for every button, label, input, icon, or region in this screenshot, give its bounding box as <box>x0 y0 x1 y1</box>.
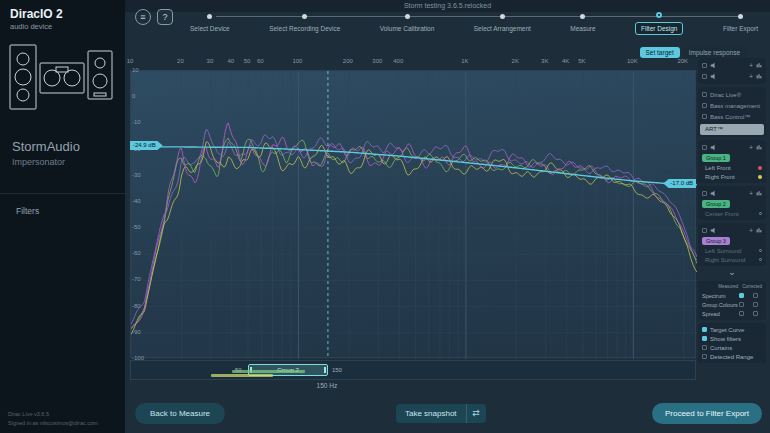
sidebar-footer: Dirac Live v3.6.5 Signed in as nilscosim… <box>8 410 98 428</box>
checkbox[interactable] <box>702 74 707 79</box>
app-window: DiracIO 2 audio device StormAudio Impers… <box>0 0 770 433</box>
step-label: Filter Design <box>635 22 683 35</box>
checkbox[interactable] <box>702 345 707 350</box>
channel-label: Center Front <box>705 211 739 217</box>
checkbox[interactable] <box>702 114 707 119</box>
stepper-step-filter-export[interactable]: Filter Export <box>723 5 758 35</box>
levels-icon[interactable] <box>756 227 762 234</box>
legend-label: Group Colours <box>702 302 739 308</box>
back-to-measure-button[interactable]: Back to Measure <box>135 403 225 424</box>
stepper-step-filter-design[interactable]: Filter Design <box>635 5 683 35</box>
legend-checkboxes <box>739 302 762 307</box>
step-dot <box>405 14 410 19</box>
option-show-filters[interactable]: Show filters <box>700 334 764 343</box>
channel-right-front[interactable]: Right Front <box>700 172 764 181</box>
subtab-set-target[interactable]: Set target <box>640 47 680 58</box>
step-label: Select Arrangement <box>474 25 531 32</box>
group-card-group-2: +Group 2Center Front <box>698 186 766 220</box>
checkbox[interactable] <box>702 327 707 332</box>
plus-icon[interactable]: + <box>749 73 753 80</box>
freq-axis: 1020304050601002003004001K2K3K4K5K10K20K <box>130 58 696 69</box>
sidebar-item-filters[interactable]: Filters <box>0 194 125 228</box>
stepper-step-select-device[interactable]: Select Device <box>190 5 230 35</box>
channel-toolbar: + <box>700 71 764 82</box>
option-label: Target Curve <box>710 327 744 333</box>
channel-label: Left Surround <box>705 248 741 254</box>
sidebar: DiracIO 2 audio device StormAudio Impers… <box>0 0 125 433</box>
checkbox[interactable] <box>702 103 707 108</box>
channel-left-surround[interactable]: Left Surround <box>700 246 764 255</box>
legend-col-header: Measured <box>718 284 738 289</box>
module-bass-control-[interactable]: Bass Control™ <box>700 111 764 122</box>
series-left-front <box>131 123 697 329</box>
options-card: Target CurveShow filtersCurtainsDetected… <box>698 323 766 363</box>
checkbox[interactable] <box>702 63 707 68</box>
response-plot[interactable] <box>131 71 697 359</box>
checkbox[interactable] <box>702 191 707 196</box>
plus-icon[interactable]: + <box>749 62 753 69</box>
range-strip[interactable]: Group 2 50 150 <box>130 360 696 380</box>
art-module[interactable]: ART™ <box>700 124 764 135</box>
checkbox[interactable] <box>739 302 744 307</box>
subtab-impulse-response[interactable]: Impulse response <box>683 47 746 58</box>
chart-area: 1020304050601002003004001K2K3K4K5K10K20K… <box>130 58 696 392</box>
speaker-icon[interactable] <box>710 190 717 198</box>
option-target-curve[interactable]: Target Curve <box>700 325 764 334</box>
speaker-icon[interactable] <box>710 62 717 70</box>
channel-toolbar: + <box>700 188 764 199</box>
checkbox[interactable] <box>753 302 758 307</box>
checkbox[interactable] <box>753 311 758 316</box>
checkbox[interactable] <box>702 92 707 97</box>
option-detected-range[interactable]: Detected Range <box>700 352 764 361</box>
levels-icon[interactable] <box>756 73 762 80</box>
checkbox[interactable] <box>739 293 744 298</box>
take-snapshot-button[interactable]: Take snapshot ⇄ <box>396 404 486 423</box>
groups-list: +Group 1Left FrontRight Front+Group 2Cen… <box>698 140 766 266</box>
plus-icon[interactable]: + <box>749 190 753 197</box>
stepper-step-volume-calibration[interactable]: Volume Calibration <box>380 5 435 35</box>
target-handle-left[interactable]: -24.9 dB <box>130 141 163 150</box>
plus-icon[interactable]: + <box>749 144 753 151</box>
channel-label: Right Front <box>705 174 735 180</box>
group-tag: Group 1 <box>702 154 730 162</box>
target-handle-right[interactable]: -17.0 dB <box>663 179 696 188</box>
stepper-step-select-arrangement[interactable]: Select Arrangement <box>474 5 531 35</box>
speaker-icon[interactable] <box>710 144 717 152</box>
levels-icon[interactable] <box>756 144 762 151</box>
legend-label: Spread <box>702 311 739 317</box>
checkbox[interactable] <box>702 228 707 233</box>
help-button[interactable]: ? <box>157 9 173 25</box>
speaker-icon[interactable] <box>710 73 717 81</box>
plus-icon[interactable]: + <box>749 227 753 234</box>
step-dot <box>302 14 307 19</box>
series-right-front <box>131 142 697 335</box>
proceed-to-filter-export-button[interactable]: Proceed to Filter Export <box>652 403 762 424</box>
module-dirac-live-[interactable]: Dirac Live® <box>700 89 764 100</box>
levels-icon[interactable] <box>756 190 762 197</box>
channel-center-front[interactable]: Center Front <box>700 209 764 218</box>
menu-button[interactable]: ≡ <box>135 9 151 25</box>
option-curtains[interactable]: Curtains <box>700 343 764 352</box>
speaker-icon[interactable] <box>710 227 717 235</box>
group-tag-row: Group 1 <box>700 153 764 163</box>
channel-right-surround[interactable]: Right Surround <box>700 255 764 264</box>
checkbox[interactable] <box>702 145 707 150</box>
plot-container[interactable] <box>130 70 696 358</box>
checkbox[interactable] <box>739 311 744 316</box>
channel-dot <box>759 212 762 215</box>
group-tag: Group 2 <box>702 200 730 208</box>
cursor-freq-label: 150 Hz <box>317 382 338 389</box>
stepper-step-measure[interactable]: Measure <box>570 5 595 35</box>
checkbox[interactable] <box>753 293 758 298</box>
group-card-group-3: +Group 3Left SurroundRight Surround <box>698 223 766 266</box>
checkbox[interactable] <box>702 354 707 359</box>
levels-icon[interactable] <box>756 62 762 69</box>
chevron-down-icon[interactable]: ⌄ <box>698 269 766 278</box>
stepper-step-select-recording-device[interactable]: Select Recording Device <box>269 5 340 35</box>
channel-left-front[interactable]: Left Front <box>700 163 764 172</box>
freq-tick: 60 <box>257 58 264 64</box>
range-max-label: 150 <box>332 367 342 373</box>
module-bass-management[interactable]: Bass management <box>700 100 764 111</box>
checkbox[interactable] <box>702 336 707 341</box>
step-dot <box>580 14 585 19</box>
